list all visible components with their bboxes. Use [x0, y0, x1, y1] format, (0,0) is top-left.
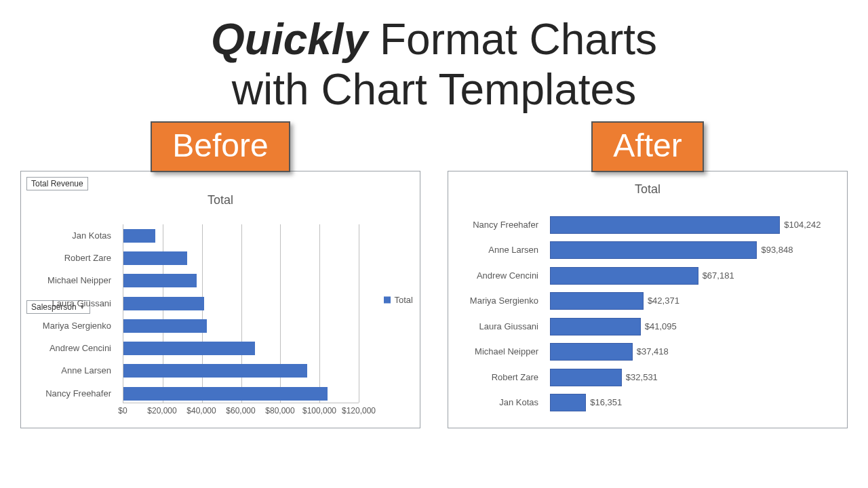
data-label: $41,095: [645, 321, 677, 331]
category-label: Mariya Sergienko: [443, 296, 538, 306]
chart-bar: [550, 216, 780, 234]
category-label: Robert Zare: [16, 253, 111, 263]
chart-bar: [550, 369, 622, 386]
before-chart-title: Total: [28, 193, 413, 207]
category-label: Laura Giussani: [16, 298, 111, 308]
chart-bar: [550, 292, 644, 310]
category-label: Nancy Freehafer: [443, 220, 538, 230]
category-label: Andrew Cencini: [16, 343, 111, 353]
chart-bar: [123, 297, 204, 310]
x-tick-label: $60,000: [226, 406, 255, 415]
x-tick-label: $40,000: [186, 406, 216, 415]
chart-bar: [550, 343, 633, 361]
before-x-axis: $0$20,000$40,000$60,000$80,000$100,000$1…: [123, 406, 359, 420]
after-chart: Total $104,242$93,848$67,181$42,371$41,0…: [448, 171, 848, 428]
x-tick-label: $120,000: [342, 406, 376, 415]
data-label: $93,848: [761, 245, 793, 255]
pivot-field-revenue[interactable]: Total Revenue: [26, 177, 88, 190]
before-chart: Total Revenue Salesperson ▼ Total Jan Ko…: [20, 171, 420, 428]
after-panel: After Total $104,242$93,848$67,181$42,37…: [448, 121, 848, 428]
category-label: Laura Giussani: [443, 321, 538, 331]
after-chart-title: Total: [455, 182, 840, 197]
category-label: Andrew Cencini: [443, 270, 538, 281]
legend-label: Total: [395, 295, 413, 305]
title-line2: with Chart Templates: [232, 65, 636, 114]
x-tick-label: $0: [118, 406, 127, 415]
chart-bar: [123, 251, 187, 265]
after-plot-area: $104,242$93,848$67,181$42,371$41,095$37,…: [550, 212, 793, 414]
legend-swatch: [384, 296, 391, 303]
category-label: Nancy Freehafer: [16, 388, 111, 399]
category-label: Michael Neipper: [16, 275, 111, 285]
page-title: Quickly Format Charts with Chart Templat…: [0, 0, 868, 121]
chart-bar: [123, 364, 307, 378]
data-label: $42,371: [648, 296, 679, 306]
chart-bar: [550, 267, 698, 285]
chart-bar: [123, 342, 255, 355]
x-tick-label: $80,000: [265, 406, 294, 415]
data-label: $32,531: [626, 372, 658, 382]
category-label: Robert Zare: [443, 372, 538, 382]
chart-bar: [550, 394, 586, 411]
chart-bar: [550, 318, 641, 336]
category-label: Jan Kotas: [16, 230, 111, 241]
after-badge: After: [591, 121, 703, 172]
category-label: Mariya Sergienko: [16, 321, 111, 331]
chart-bar: [123, 319, 207, 333]
chart-bar: [550, 241, 757, 259]
category-label: Michael Neipper: [443, 346, 538, 357]
chart-bar: [123, 229, 155, 243]
category-label: Anne Larsen: [443, 245, 538, 255]
data-label: $37,418: [637, 346, 669, 357]
data-label: $16,351: [590, 397, 622, 407]
before-badge: Before: [151, 121, 290, 172]
before-panel: Before Total Revenue Salesperson ▼ Total…: [20, 121, 420, 428]
data-label: $104,242: [784, 220, 821, 230]
title-emphasis: Quickly: [211, 15, 368, 64]
pivot-field-revenue-label: Total Revenue: [31, 179, 83, 188]
data-label: $67,181: [703, 270, 734, 281]
before-legend: Total: [384, 295, 413, 305]
category-label: Jan Kotas: [443, 397, 538, 407]
x-tick-label: $100,000: [302, 406, 336, 415]
chart-bar: [123, 387, 328, 401]
before-plot-area: [123, 224, 359, 403]
category-label: Anne Larsen: [16, 365, 111, 375]
x-tick-label: $20,000: [147, 406, 176, 415]
panels-row: Before Total Revenue Salesperson ▼ Total…: [0, 121, 868, 428]
chart-bar: [123, 274, 197, 287]
title-rest1: Format Charts: [368, 15, 657, 64]
